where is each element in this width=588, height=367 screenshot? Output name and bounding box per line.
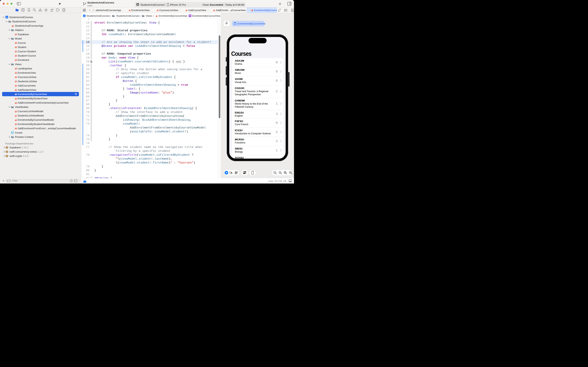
svg-text:1: 1 [279,172,280,173]
